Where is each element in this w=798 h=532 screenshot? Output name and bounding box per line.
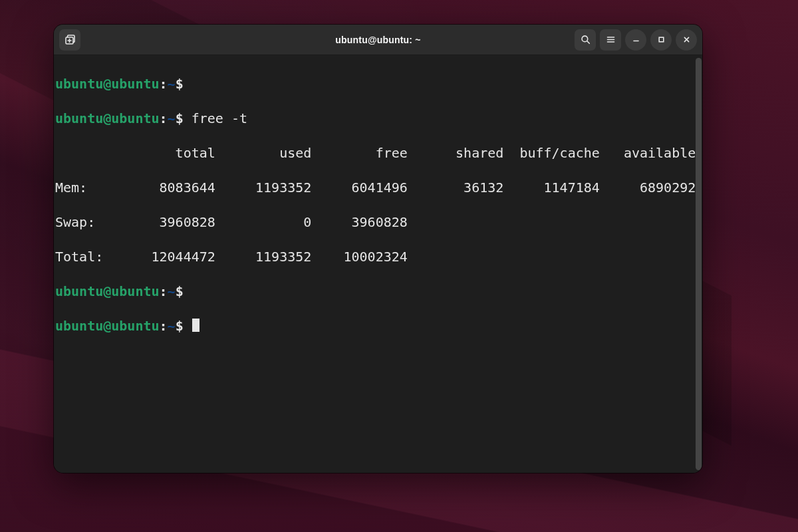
scrollbar-vertical[interactable] [696, 58, 702, 470]
menu-button[interactable] [600, 29, 621, 51]
desktop-wallpaper: ubuntu@ubuntu: ~ [0, 0, 798, 532]
prompt-user-host: ubuntu@ubuntu [55, 76, 160, 92]
command-text: free -t [184, 110, 247, 126]
close-button[interactable] [676, 29, 697, 51]
prompt-colon: : [160, 76, 168, 92]
new-tab-button[interactable] [59, 29, 80, 51]
new-tab-icon [65, 34, 76, 45]
svg-line-2 [587, 41, 589, 44]
output-header: total used free shared buff/cache availa… [55, 144, 701, 162]
prompt-path: ~ [168, 76, 176, 92]
search-icon [581, 35, 591, 45]
prompt-colon: : [160, 110, 168, 126]
prompt-colon: : [160, 318, 168, 334]
maximize-icon [657, 35, 666, 44]
titlebar-right-group [557, 29, 697, 51]
prompt-user-host: ubuntu@ubuntu [55, 283, 160, 299]
close-icon [682, 35, 691, 44]
titlebar[interactable]: ubuntu@ubuntu: ~ [54, 25, 702, 55]
svg-rect-7 [659, 37, 664, 42]
prompt-sigil: $ [176, 283, 184, 299]
maximize-button[interactable] [650, 29, 672, 51]
terminal-cursor [192, 319, 200, 332]
prompt-user-host: ubuntu@ubuntu [55, 110, 160, 126]
terminal-window: ubuntu@ubuntu: ~ [54, 25, 702, 473]
prompt-colon: : [160, 283, 168, 299]
prompt-sigil: $ [176, 76, 184, 92]
prompt-path: ~ [168, 283, 176, 299]
output-swap-row: Swap: 3960828 0 3960828 [55, 213, 701, 231]
prompt-user-host: ubuntu@ubuntu [55, 318, 160, 334]
titlebar-left-group [59, 29, 199, 51]
output-mem-row: Mem: 8083644 1193352 6041496 36132 11471… [55, 179, 701, 196]
prompt-line: ubuntu@ubuntu:~$ [55, 283, 701, 300]
window-title: ubuntu@ubuntu: ~ [203, 35, 553, 45]
prompt-line-active[interactable]: ubuntu@ubuntu:~$ [55, 317, 701, 334]
output-total-row: Total: 12044472 1193352 10002324 [55, 248, 701, 265]
prompt-sigil: $ [176, 110, 184, 126]
minimize-icon [632, 35, 640, 44]
hamburger-icon [606, 35, 616, 45]
search-button[interactable] [575, 29, 596, 51]
prompt-sigil: $ [176, 318, 184, 334]
prompt-line: ubuntu@ubuntu:~$ [55, 75, 701, 92]
prompt-path: ~ [168, 318, 176, 334]
minimize-button[interactable] [625, 29, 646, 51]
terminal-body[interactable]: ubuntu@ubuntu:~$ ubuntu@ubuntu:~$ free -… [54, 55, 702, 473]
prompt-line: ubuntu@ubuntu:~$ free -t [55, 110, 701, 127]
prompt-path: ~ [168, 110, 176, 126]
